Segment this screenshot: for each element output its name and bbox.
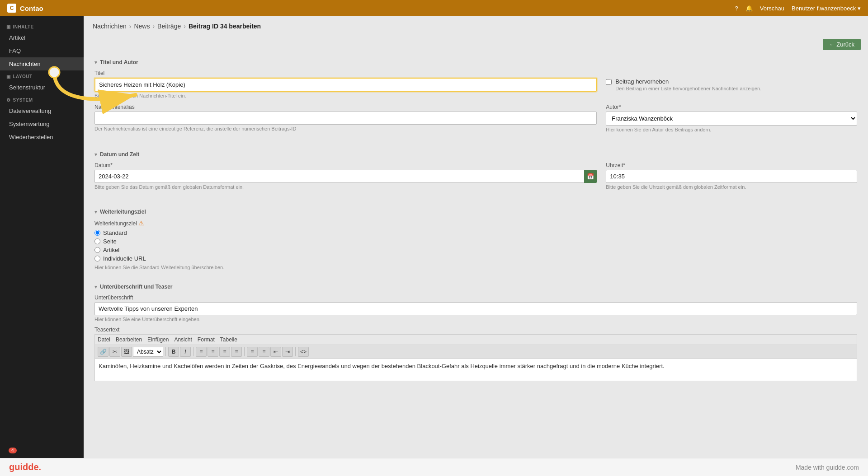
- radio-artikel[interactable]: Artikel: [94, 247, 857, 253]
- system-icon: ⚙: [6, 98, 11, 103]
- sidebar-item-faq[interactable]: FAQ: [0, 44, 84, 57]
- hervorheben-hint: Den Beitrag in einer Liste hervorgehoben…: [615, 86, 761, 91]
- datum-section-label: Datum und Zeit: [94, 151, 857, 158]
- editor-menu-bar: Datei Bearbeiten Einfügen Ansicht Format…: [94, 334, 857, 345]
- sidebar-item-dateiverwaltung[interactable]: Dateiverwaltung: [0, 104, 84, 117]
- toolbar-align-justify[interactable]: ≡: [231, 347, 242, 357]
- toolbar-align-center[interactable]: ≡: [208, 347, 218, 357]
- unterueberschrift-hint: Hier können Sie eine Unterüberschrift ei…: [94, 317, 857, 322]
- autor-hint: Hier können Sie den Autor des Beitrags ä…: [606, 127, 857, 132]
- datum-label: Datum*: [94, 162, 597, 168]
- teaser-section-label: Unterüberschrift und Teaser: [94, 284, 857, 290]
- editor-menu-ansicht[interactable]: Ansicht: [174, 336, 192, 343]
- section-titel-autor: Titel und Autor Titel Bitte geben Sie de…: [88, 55, 863, 142]
- help-icon[interactable]: ?: [735, 5, 738, 12]
- breadcrumb-current: Beitrag ID 34 bearbeiten: [189, 23, 261, 30]
- datum-input[interactable]: [94, 170, 597, 183]
- sidebar-section-layout: ▣ LAYOUT: [0, 70, 84, 81]
- layout-icon: ▣: [6, 74, 11, 79]
- toolbar-unlink-btn[interactable]: ✂: [109, 347, 120, 357]
- editor-menu-format[interactable]: Format: [198, 336, 215, 343]
- toolbar-ol-btn[interactable]: ≡: [259, 347, 269, 357]
- notification-icon[interactable]: 🔔: [745, 5, 753, 12]
- teasertext-label: Teasertext: [94, 327, 857, 333]
- sidebar-item-systemwartung[interactable]: Systemwartung: [0, 117, 84, 131]
- bottom-bar: guidde. Made with guidde.com: [0, 458, 868, 476]
- warning-icon: ⚠: [138, 219, 144, 227]
- sidebar-section-inhalte: ▣ INHALTE: [0, 21, 84, 31]
- unterueberschrift-label: Unterüberschrift: [94, 294, 857, 301]
- toolbar-outdent-btn[interactable]: ⇤: [270, 347, 281, 357]
- sidebar: ▣ INHALTE Artikel FAQ Nachrichten ▣ LAYO…: [0, 16, 84, 458]
- breadcrumb: Nachrichten › News › Beiträge › Beitrag …: [84, 16, 868, 34]
- section-title-label: Titel und Autor: [94, 59, 857, 65]
- sidebar-item-wiederherstellen[interactable]: Wiederherstellen: [0, 131, 84, 144]
- breadcrumb-news[interactable]: News: [134, 23, 150, 30]
- autor-select[interactable]: Franziska Wanzenböck: [606, 112, 857, 126]
- alias-label: Nachrichtenalias: [94, 104, 597, 110]
- section-teaser: Unterüberschrift und Teaser Unterübersch…: [88, 279, 863, 386]
- toolbar-source-btn[interactable]: <>: [298, 347, 309, 357]
- sidebar-item-artikel[interactable]: Artikel: [0, 31, 84, 44]
- back-button[interactable]: ← Zurück: [823, 39, 861, 50]
- toolbar-align-right[interactable]: ≡: [219, 347, 230, 357]
- preview-link[interactable]: Vorschau: [760, 5, 784, 12]
- main-content: Nachrichten › News › Beiträge › Beitrag …: [84, 16, 868, 458]
- autor-label: Autor*: [606, 104, 857, 110]
- editor-menu-tabelle[interactable]: Tabelle: [220, 336, 237, 343]
- sidebar-section-system: ⚙ SYSTEM: [0, 94, 84, 104]
- hervorheben-group: Beitrag hervorheben Den Beitrag in einer…: [606, 78, 857, 91]
- editor-menu-bearbeiten[interactable]: Bearbeiten: [116, 336, 142, 343]
- toolbar-format-select[interactable]: Absatz: [133, 347, 163, 357]
- user-menu[interactable]: Benutzer f.wanzenboeck ▾: [792, 5, 861, 12]
- toolbar-indent-btn[interactable]: ⇥: [282, 347, 293, 357]
- radio-group-weiterleitung: Standard Seite Artikel Individuelle URL: [94, 229, 857, 262]
- calendar-icon[interactable]: 📅: [584, 170, 597, 183]
- guidde-tagline: Made with guidde.com: [796, 464, 859, 471]
- back-bar: ← Zurück: [84, 34, 868, 55]
- sidebar-item-seitenstruktur[interactable]: Seitenstruktur: [0, 81, 84, 94]
- breadcrumb-beitraege[interactable]: Beiträge: [157, 23, 181, 30]
- toolbar-sep1: [165, 347, 166, 356]
- radio-individuelle-url[interactable]: Individuelle URL: [94, 255, 857, 262]
- toolbar-sep4: [295, 347, 296, 356]
- titel-input[interactable]: [94, 78, 597, 92]
- section-datum-zeit: Datum und Zeit Datum* 📅 Bitte geben Sie …: [88, 147, 863, 200]
- editor-menu-datei[interactable]: Datei: [98, 336, 110, 343]
- hervorheben-label: Beitrag hervorheben: [615, 78, 761, 85]
- toolbar-image-btn[interactable]: 🖼: [121, 347, 132, 357]
- guidde-logo: guidde.: [9, 462, 41, 472]
- hervorheben-checkbox[interactable]: [606, 79, 612, 85]
- radio-seite[interactable]: Seite: [94, 238, 857, 245]
- toolbar-link-btn[interactable]: 🔗: [98, 347, 108, 357]
- uhrzeit-label: Uhrzeit*: [606, 162, 857, 168]
- datum-wrapper: 📅: [94, 170, 597, 183]
- radio-standard[interactable]: Standard: [94, 229, 857, 236]
- toolbar-ul-btn[interactable]: ≡: [247, 347, 258, 357]
- editor-toolbar: 🔗 ✂ 🖼 Absatz B I ≡ ≡ ≡ ≡: [94, 345, 857, 359]
- alias-input[interactable]: [94, 112, 597, 125]
- toolbar-sep2: [193, 347, 193, 356]
- alias-hint: Der Nachrichtenalias ist eine eindeutige…: [94, 126, 597, 131]
- toolbar-italic-btn[interactable]: I: [180, 347, 191, 357]
- titel-row: Titel Bitte geben Sie den Nachrichten-Ti…: [94, 70, 857, 98]
- sidebar-badge: 4: [9, 448, 17, 453]
- toolbar-sep3: [244, 347, 245, 356]
- topbar: C Contao ? 🔔 Vorschau Benutzer f.wanzenb…: [0, 0, 868, 16]
- toolbar-bold-btn[interactable]: B: [168, 347, 179, 357]
- editor-body[interactable]: Kaminöfen, Heizkamine und Kachelöfen wer…: [94, 359, 857, 381]
- unterueberschrift-input[interactable]: [94, 302, 857, 315]
- toolbar-align-left[interactable]: ≡: [196, 347, 207, 357]
- editor-menu-einfuegen[interactable]: Einfügen: [147, 336, 169, 343]
- weiterleitung-hint: Hier können Sie die Standard-Weiterleitu…: [94, 265, 857, 270]
- content-icon: ▣: [6, 24, 11, 29]
- datum-zeit-row: Datum* 📅 Bitte geben Sie das Datum gemäß…: [94, 162, 857, 190]
- titel-label: Titel: [94, 70, 597, 76]
- uhrzeit-input[interactable]: [606, 170, 857, 183]
- app-name: Contao: [20, 5, 43, 12]
- breadcrumb-nachrichten[interactable]: Nachrichten: [93, 23, 127, 30]
- weiterleitungsziel-label: Weiterleitungsziel ⚠: [94, 219, 857, 227]
- sidebar-item-nachrichten[interactable]: Nachrichten: [0, 57, 84, 70]
- uhrzeit-hint: Bitte geben Sie die Uhrzeit gemäß dem gl…: [606, 184, 857, 190]
- weiterleitung-section-label: Weiterleitungsziel: [94, 209, 857, 215]
